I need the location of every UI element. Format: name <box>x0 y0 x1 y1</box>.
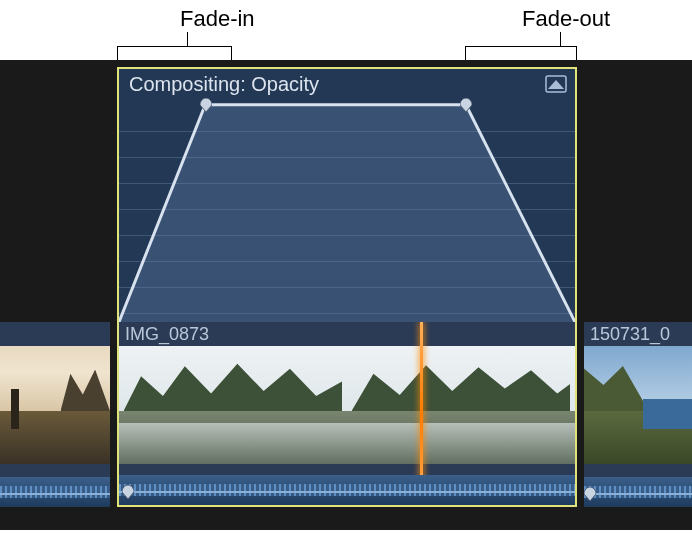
volume-fade-handle[interactable] <box>122 485 134 499</box>
filmstrip <box>119 346 575 464</box>
volume-fade-handle[interactable] <box>584 487 596 501</box>
volume-line[interactable] <box>119 491 575 493</box>
opacity-animation-panel[interactable]: Compositing: Opacity <box>117 67 577 322</box>
audio-lane[interactable] <box>119 475 575 505</box>
clip-name: IMG_0873 <box>125 324 209 345</box>
clip-row: IMG_0873 <box>0 322 692 507</box>
clip-right[interactable]: 150731_0 <box>584 322 692 507</box>
volume-line[interactable] <box>584 493 692 495</box>
volume-line[interactable] <box>0 493 110 495</box>
keyframe-fade-in-end[interactable] <box>200 98 212 112</box>
screenshot-root: Fade-in Fade-out Compositing: Opacity <box>0 0 692 551</box>
timeline-area: Compositing: Opacity <box>0 60 692 530</box>
audio-lane[interactable] <box>584 477 692 507</box>
clip-left[interactable] <box>0 322 110 507</box>
opacity-curve[interactable] <box>119 69 575 322</box>
fade-in-label: Fade-in <box>180 6 255 32</box>
fade-out-label: Fade-out <box>522 6 610 32</box>
audio-lane[interactable] <box>0 477 110 507</box>
clip-center[interactable]: IMG_0873 <box>117 322 577 507</box>
clip-name: 150731_0 <box>590 324 670 345</box>
filmstrip <box>584 346 692 464</box>
keyframe-fade-out-start[interactable] <box>460 98 472 112</box>
filmstrip <box>0 346 110 464</box>
